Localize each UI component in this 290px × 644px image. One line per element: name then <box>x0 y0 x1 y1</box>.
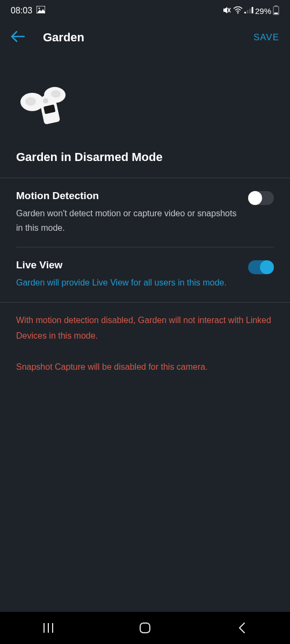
svg-point-15 <box>51 90 61 98</box>
back-nav-button[interactable] <box>220 622 263 634</box>
svg-rect-11 <box>274 12 278 14</box>
image-icon <box>37 6 45 16</box>
mute-icon <box>222 6 231 16</box>
battery-percent: 29% <box>255 6 271 16</box>
save-button[interactable]: SAVE <box>253 32 279 43</box>
device-image <box>16 83 75 131</box>
live-toggle[interactable] <box>248 260 274 274</box>
svg-rect-6 <box>247 10 248 13</box>
page-title: Garden <box>43 31 253 45</box>
svg-point-4 <box>237 12 239 13</box>
signal-icon <box>244 6 253 16</box>
app-header: Garden SAVE <box>0 21 290 54</box>
motion-title: Motion Detection <box>16 190 237 202</box>
status-bar: 08:03 29% <box>0 0 290 21</box>
status-time: 08:03 <box>11 6 32 16</box>
svg-point-17 <box>43 98 48 104</box>
svg-point-13 <box>25 97 36 106</box>
svg-rect-5 <box>244 12 246 13</box>
recents-button[interactable] <box>27 623 70 633</box>
wifi-icon <box>233 6 243 16</box>
motion-detection-setting: Motion Detection Garden won't detect mot… <box>0 178 290 247</box>
svg-rect-7 <box>249 9 251 13</box>
mode-title: Garden in Disarmed Mode <box>0 150 290 178</box>
warning-snapshot: Snapshot Capture will be disabled for th… <box>16 359 274 375</box>
svg-rect-23 <box>140 623 150 633</box>
live-title: Live View <box>16 259 237 271</box>
svg-rect-8 <box>251 7 253 13</box>
warning-linked-devices: With motion detection disabled, Garden w… <box>16 312 274 344</box>
back-button[interactable] <box>11 29 25 46</box>
battery-icon <box>273 5 279 17</box>
warning-section: With motion detection disabled, Garden w… <box>0 303 290 385</box>
live-desc: Garden will provide Live View for all us… <box>16 275 237 290</box>
motion-toggle[interactable] <box>248 191 274 205</box>
live-view-setting: Live View Garden will provide Live View … <box>0 247 290 302</box>
svg-point-1 <box>39 8 40 9</box>
motion-desc: Garden won't detect motion or capture vi… <box>16 206 237 235</box>
home-button[interactable] <box>124 621 166 634</box>
navigation-bar <box>0 612 290 644</box>
